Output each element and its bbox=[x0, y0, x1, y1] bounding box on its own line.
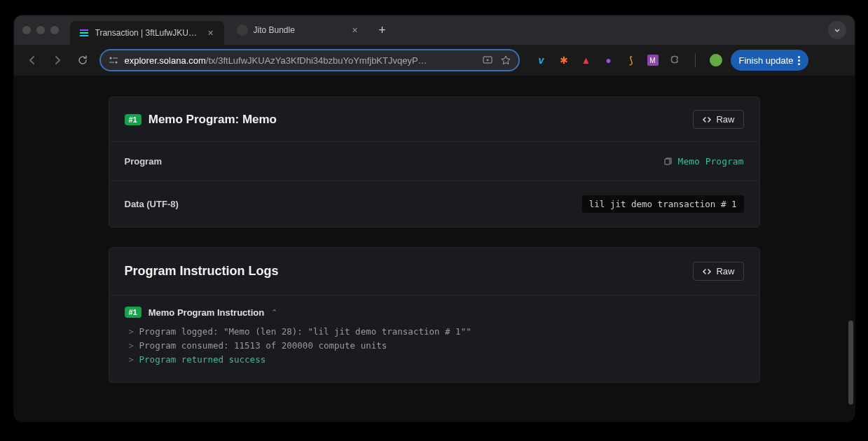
svg-point-6 bbox=[115, 62, 117, 64]
swirl-ext-icon[interactable]: ⟆ bbox=[625, 54, 638, 66]
bookmark-icon[interactable] bbox=[500, 55, 511, 66]
puzzle-ext-icon[interactable] bbox=[668, 54, 681, 66]
logs-card: Program Instruction Logs Raw #1 Memo Pro… bbox=[109, 247, 760, 383]
purple-ext-icon[interactable]: ● bbox=[602, 54, 615, 66]
log-line: > Program returned success bbox=[125, 353, 744, 367]
menu-dots-icon bbox=[798, 56, 800, 65]
divider bbox=[695, 53, 696, 67]
raw-toggle-button[interactable]: Raw bbox=[693, 110, 743, 129]
svg-point-4 bbox=[109, 57, 111, 59]
log-line: > Program consumed: 11513 of 200000 comp… bbox=[125, 339, 744, 353]
new-tab-button[interactable]: + bbox=[373, 20, 392, 40]
logs-title: Program Instruction Logs bbox=[125, 264, 279, 279]
tab-transaction[interactable]: Transaction | 3ftLufwJKUAzY… × bbox=[70, 21, 224, 45]
toolbar: explorer.solana.com/tx/3ftLufwJKUAzYa3Kf… bbox=[14, 45, 855, 76]
collapse-icon: ⌃ bbox=[271, 308, 277, 317]
log-entry-title: Memo Program Instruction bbox=[149, 307, 264, 318]
scrollbar-thumb[interactable] bbox=[848, 321, 853, 405]
tab-title: Jito Bundle bbox=[254, 25, 345, 35]
install-app-icon[interactable] bbox=[482, 55, 493, 66]
program-label: Program bbox=[125, 156, 162, 167]
traffic-lights bbox=[22, 26, 59, 34]
instruction-title: Memo Program: Memo bbox=[149, 113, 277, 127]
close-tab-icon[interactable]: × bbox=[206, 28, 216, 38]
code-icon bbox=[702, 267, 712, 276]
svg-rect-7 bbox=[109, 62, 114, 63]
back-button[interactable] bbox=[24, 52, 41, 69]
instruction-index-badge: #1 bbox=[125, 114, 142, 125]
red-ext-icon[interactable]: ▲ bbox=[580, 54, 593, 66]
raw-label: Raw bbox=[716, 266, 734, 276]
raw-toggle-button[interactable]: Raw bbox=[693, 262, 743, 281]
tab-jito-bundle[interactable]: Jito Bundle × bbox=[228, 18, 368, 42]
jito-favicon bbox=[237, 24, 248, 36]
data-label: Data (UTF-8) bbox=[125, 199, 179, 209]
browser-window: Transaction | 3ftLufwJKUAzY… × Jito Bund… bbox=[14, 15, 855, 421]
svg-rect-1 bbox=[80, 29, 88, 31]
reload-button[interactable] bbox=[74, 52, 91, 69]
svg-rect-5 bbox=[113, 58, 118, 59]
log-index-badge: #1 bbox=[125, 307, 142, 318]
data-value: lil jit demo transaction # 1 bbox=[582, 195, 744, 213]
tab-title: Transaction | 3ftLufwJKUAzY… bbox=[95, 28, 200, 38]
profile-avatar[interactable] bbox=[710, 54, 722, 66]
forward-button[interactable] bbox=[49, 52, 66, 69]
vimeo-ext-icon[interactable]: v bbox=[535, 54, 548, 66]
program-link[interactable]: Memo Program bbox=[678, 156, 744, 167]
svg-rect-3 bbox=[80, 35, 88, 36]
extensions: v ✱ ▲ ● ⟆ M bbox=[535, 53, 722, 67]
address-bar[interactable]: explorer.solana.com/tx/3ftLufwJKUAzYa3Kf… bbox=[99, 49, 520, 71]
solana-favicon bbox=[78, 27, 90, 38]
instruction-card: #1 Memo Program: Memo Raw Program Memo bbox=[109, 97, 760, 227]
site-settings-icon[interactable] bbox=[108, 55, 119, 66]
data-row: Data (UTF-8) lil jit demo transaction # … bbox=[109, 181, 759, 227]
close-tab-icon[interactable]: × bbox=[350, 25, 360, 35]
tabs-dropdown-button[interactable] bbox=[828, 21, 846, 39]
log-line: > Program logged: "Memo (len 28): "lil j… bbox=[125, 325, 744, 339]
program-row: Program Memo Program bbox=[109, 142, 759, 181]
content-area: #1 Memo Program: Memo Raw Program Memo bbox=[14, 76, 855, 421]
finish-update-button[interactable]: Finish update bbox=[731, 50, 808, 71]
maximize-window-button[interactable] bbox=[50, 26, 59, 34]
sparkle-ext-icon[interactable]: ✱ bbox=[558, 54, 570, 66]
m-ext-icon[interactable]: M bbox=[647, 55, 659, 66]
code-icon bbox=[702, 115, 712, 125]
logs-card-header: Program Instruction Logs Raw bbox=[109, 248, 759, 295]
svg-rect-2 bbox=[80, 32, 88, 34]
url-text: explorer.solana.com/tx/3ftLufwJKUAzYa3Kf… bbox=[125, 55, 476, 66]
update-button-label: Finish update bbox=[739, 55, 794, 66]
instruction-card-header: #1 Memo Program: Memo Raw bbox=[109, 97, 759, 142]
svg-rect-9 bbox=[665, 159, 670, 164]
log-entry-header[interactable]: #1 Memo Program Instruction ⌃ bbox=[125, 307, 744, 318]
raw-label: Raw bbox=[716, 114, 734, 125]
tab-bar: Transaction | 3ftLufwJKUAzY… × Jito Bund… bbox=[14, 15, 855, 45]
logs-body: #1 Memo Program Instruction ⌃ > Program … bbox=[109, 295, 759, 382]
minimize-window-button[interactable] bbox=[36, 26, 45, 34]
copy-icon[interactable] bbox=[663, 157, 673, 167]
close-window-button[interactable] bbox=[22, 26, 31, 34]
